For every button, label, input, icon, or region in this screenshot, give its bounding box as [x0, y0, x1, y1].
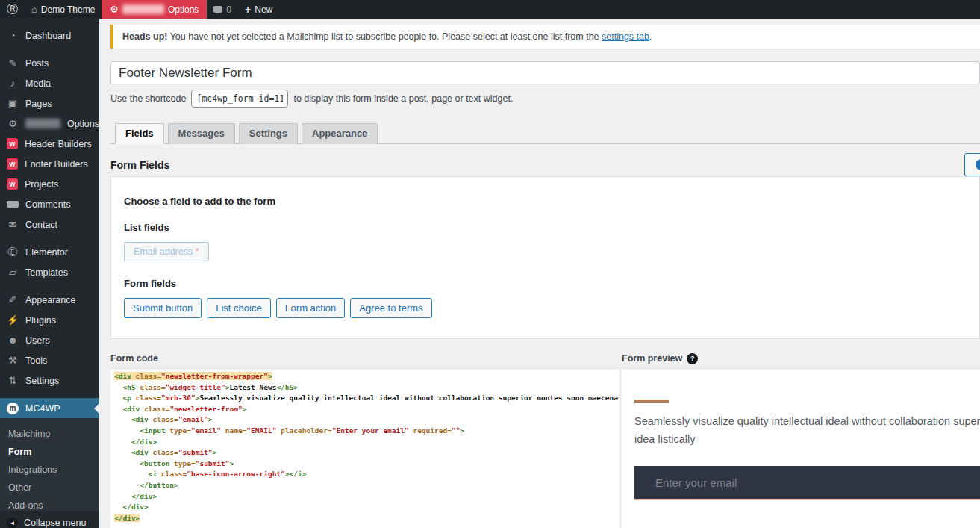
email-address-field-button[interactable]: Email address * — [124, 242, 209, 261]
sidebar-item-contact[interactable]: ✉Contact — [0, 214, 99, 235]
sliders-icon: ⇅ — [7, 375, 19, 387]
redacted-text — [122, 4, 164, 14]
tab-settings[interactable]: Settings — [239, 123, 298, 144]
add-field-button-list-choice[interactable]: List choice — [207, 298, 270, 318]
sidebar-item-label: Contact — [25, 220, 57, 230]
gear-icon: ⚙ — [110, 4, 119, 15]
sidebar-item-dashboard[interactable]: ◔Dashboard — [0, 25, 99, 46]
theme-options-badge[interactable]: ⚙ Options — [102, 0, 207, 19]
submenu-item-other[interactable]: Other — [0, 479, 99, 497]
collapse-icon: ◂ — [7, 518, 18, 528]
sidebar-item-settings[interactable]: ⇅Settings — [0, 370, 99, 391]
code-line: </div> — [114, 491, 619, 503]
list-fields-label: List fields — [124, 222, 967, 233]
choose-field-label: Choose a field to add to the form — [124, 196, 967, 207]
code-token: <div — [114, 405, 140, 413]
sidebar-item-label: Options — [67, 119, 99, 129]
add-field-button-agree-to-terms[interactable]: Agree to terms — [350, 298, 431, 318]
w-badge-icon: w — [7, 158, 18, 170]
code-token: "submit" — [196, 459, 230, 468]
sidebar-item-pages[interactable]: ▣Pages — [0, 93, 99, 114]
fields-help-button[interactable] — [964, 153, 980, 176]
media-icon: ♪ — [7, 78, 19, 90]
settings-tab-link[interactable]: settings tab — [602, 31, 649, 42]
sidebar-item-users[interactable]: ☻Users — [0, 330, 99, 350]
options-badge-label: Options — [168, 4, 199, 15]
tab-appearance[interactable]: Appearance — [302, 123, 378, 144]
submenu-item-mailchimp[interactable]: Mailchimp — [0, 425, 99, 443]
tab-fields[interactable]: Fields — [115, 123, 164, 144]
sidebar-item-plugins[interactable]: ⚡Plugins — [0, 310, 99, 330]
sidebar-item-media[interactable]: ♪Media — [0, 73, 99, 93]
sidebar-item-header-builders[interactable]: wHeader Builders — [0, 134, 99, 154]
wrench-icon: ⚒ — [7, 355, 19, 367]
form-code-editor[interactable]: <div class="newsletter-from-wrapper"> <h… — [110, 368, 619, 528]
add-field-button-submit-button[interactable]: Submit button — [124, 298, 202, 318]
sidebar-item-elementor[interactable]: ⒺElementor — [0, 242, 99, 262]
submenu-item-form[interactable]: Form — [0, 443, 99, 461]
code-token: class= — [149, 448, 178, 456]
redacted-text — [25, 119, 60, 128]
form-code-column: Form code <div class="newsletter-from-wr… — [110, 349, 619, 528]
code-token: <p — [114, 394, 131, 402]
site-name-link[interactable]: ⌂ Demo Theme — [25, 0, 102, 19]
wordpress-menu[interactable]: Ⓡ — [0, 0, 25, 19]
sidebar-item-label: Dashboard — [25, 31, 71, 41]
plus-icon: + — [245, 4, 251, 16]
main-content: Heads up! You have not yet selected a Ma… — [99, 19, 980, 528]
code-token: required= — [409, 426, 452, 435]
code-token: </div> — [114, 492, 157, 500]
sidebar-item-mc4wp[interactable]: mMC4WP — [0, 398, 99, 418]
notice-suffix: . — [649, 31, 652, 42]
dashboard-icon: ◔ — [7, 30, 19, 42]
sidebar-item-label: Elementor — [25, 247, 68, 258]
folder-icon: ▱ — [7, 267, 19, 279]
sidebar-item-footer-builders[interactable]: wFooter Builders — [0, 154, 99, 174]
code-token: </h5> — [276, 383, 298, 391]
code-token: type= — [166, 426, 191, 435]
users-icon: ☻ — [7, 335, 19, 347]
code-token: > — [243, 405, 247, 413]
collapse-label: Collapse menu — [24, 518, 86, 528]
code-token: class= — [136, 383, 166, 391]
code-token: class= — [140, 405, 169, 413]
code-token: class= — [131, 372, 161, 380]
form-title-input[interactable] — [110, 61, 980, 84]
code-line: <div class="submit"> — [114, 447, 619, 459]
active-arrow — [89, 403, 99, 414]
code-line: <div class="newsletter-from"> — [114, 404, 619, 415]
new-content-menu[interactable]: + New — [238, 0, 279, 19]
collapse-menu-button[interactable]: ◂ Collapse menu — [0, 511, 99, 528]
add-field-button-form-action[interactable]: Form action — [276, 298, 346, 318]
required-mark: * — [196, 246, 199, 257]
sidebar-item-templates[interactable]: ▱Templates — [0, 262, 99, 282]
sidebar-item-projects[interactable]: wProjects — [0, 174, 99, 194]
preview-email-input[interactable] — [634, 466, 980, 500]
shortcode-input[interactable] — [191, 90, 288, 108]
highlighted-code: </div> — [114, 514, 140, 522]
code-token: "newsletter-from" — [169, 405, 242, 413]
form-fields-label: Form fields — [124, 278, 967, 289]
sidebar-item-options[interactable]: ⚙Options — [0, 114, 99, 134]
code-token: </div> — [114, 503, 149, 511]
sidebar-item-label: Appearance — [25, 295, 75, 305]
admin-bar: Ⓡ ⌂ Demo Theme ⚙ Options 0 + New — [0, 0, 980, 19]
sidebar-menu: ◔Dashboard✎Posts♪Media▣Pages⚙OptionswHea… — [0, 19, 99, 418]
brush-icon: ✐ — [7, 294, 19, 306]
shortcode-row: Use the shortcode to display this form i… — [110, 90, 980, 108]
warning-notice: Heads up! You have not yet selected a Ma… — [110, 25, 980, 49]
code-token: <div — [114, 448, 149, 456]
code-token: <div — [114, 372, 131, 380]
sidebar-item-tools[interactable]: ⚒Tools — [0, 350, 99, 370]
submenu-item-integrations[interactable]: Integrations — [0, 461, 99, 479]
envelope-icon: ✉ — [7, 219, 19, 231]
comment-icon — [213, 6, 222, 13]
sidebar-item-posts[interactable]: ✎Posts — [0, 53, 99, 73]
sidebar-item-label: Settings — [25, 376, 59, 386]
code-token: <div — [114, 415, 149, 423]
sidebar-item-comments[interactable]: Comments — [0, 194, 99, 214]
sidebar-item-appearance[interactable]: ✐Appearance — [0, 290, 99, 310]
tab-messages[interactable]: Messages — [168, 123, 235, 144]
help-icon[interactable]: ? — [687, 353, 698, 364]
comments-shortcut[interactable]: 0 — [207, 0, 238, 19]
